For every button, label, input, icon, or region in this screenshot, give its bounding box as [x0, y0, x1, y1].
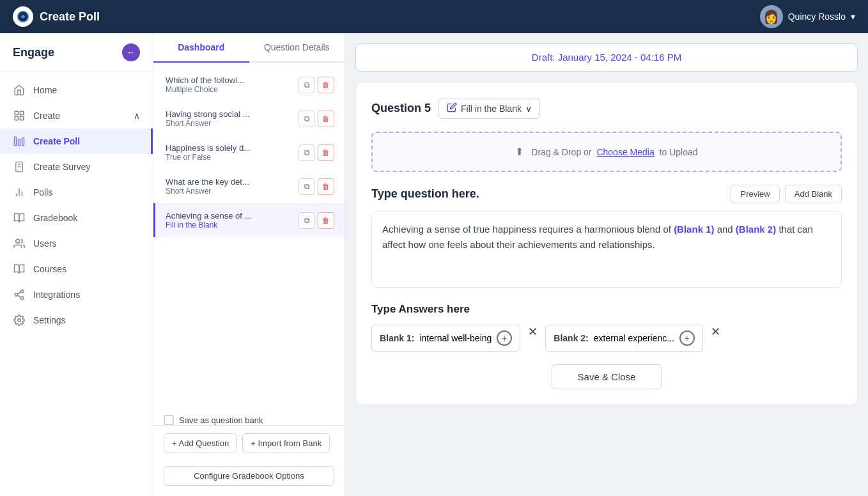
- middle-panel: Dashboard Question Details Which of the …: [153, 33, 345, 496]
- question-body-prefix: Achieving a sense of true happiness requ…: [382, 224, 674, 235]
- blank2-label: Blank 2:: [554, 333, 588, 343]
- polls-icon: [13, 186, 26, 199]
- svg-point-16: [20, 290, 24, 293]
- create-icon: [13, 109, 26, 122]
- preview-button[interactable]: Preview: [731, 185, 779, 203]
- question-actions: ⧉ 🗑: [298, 178, 334, 195]
- question-text-area[interactable]: Achieving a sense of true happiness requ…: [371, 211, 842, 288]
- sidebar-item-label-gradebook: Gradebook: [33, 213, 77, 223]
- courses-icon: [13, 263, 26, 275]
- copy-button[interactable]: ⧉: [298, 77, 315, 93]
- add-question-button[interactable]: + Add Question: [164, 433, 237, 453]
- question-item-text: Happiness is solely d... True or False: [166, 143, 293, 162]
- sidebar-item-home[interactable]: Home: [0, 77, 153, 103]
- blank2-add-button[interactable]: +: [679, 330, 695, 346]
- tab-bar: Dashboard Question Details: [153, 33, 345, 63]
- svg-point-15: [16, 239, 20, 243]
- choose-media-link[interactable]: Choose Media: [596, 147, 654, 157]
- dropdown-chevron-icon: ∨: [525, 104, 532, 114]
- question-list-item[interactable]: Which of the followi... Multiple Choice …: [153, 68, 345, 102]
- tab-dashboard[interactable]: Dashboard: [153, 33, 249, 63]
- import-from-bank-button[interactable]: + Import from Bank: [242, 433, 330, 453]
- settings-icon: [13, 314, 26, 327]
- save-as-bank-checkbox[interactable]: [164, 415, 174, 425]
- question-actions: ⧉ 🗑: [298, 111, 334, 127]
- sidebar-item-label-create-survey: Create Survey: [33, 162, 90, 172]
- question-list: Which of the followi... Multiple Choice …: [153, 63, 345, 410]
- svg-rect-5: [15, 137, 17, 146]
- draft-text: Draft: January 15, 2024 - 04:16 PM: [532, 52, 681, 63]
- question-type: True or False: [166, 153, 293, 162]
- question-type: Multiple Choice: [166, 85, 293, 94]
- media-drop-text: Drag & Drop or: [531, 147, 591, 157]
- integrations-icon: [13, 288, 26, 301]
- tab-question-details[interactable]: Question Details: [249, 33, 345, 63]
- add-blank-button[interactable]: Add Blank: [785, 185, 842, 203]
- media-drop-zone[interactable]: ⬆ Drag & Drop or Choose Media to Upload: [371, 132, 842, 172]
- save-close-button[interactable]: Save & Close: [552, 364, 662, 389]
- delete-button[interactable]: 🗑: [318, 111, 334, 127]
- delete-button[interactable]: 🗑: [318, 144, 334, 161]
- user-menu[interactable]: 👩 Quincy Rosslo ▾: [760, 5, 855, 28]
- blank1-highlight: (Blank 1): [674, 224, 714, 235]
- sidebar-item-label-create: Create: [33, 111, 60, 121]
- question-list-item[interactable]: Having strong social ... Short Answer ⧉ …: [153, 102, 345, 136]
- sidebar-back-button[interactable]: ←: [122, 43, 140, 61]
- question-card: Question 5 Fill in the Blank ∨ ⬆ Drag & …: [355, 82, 858, 405]
- delete-button[interactable]: 🗑: [318, 212, 334, 229]
- delete-button[interactable]: 🗑: [318, 77, 334, 93]
- user-name: Quincy Rosslo: [788, 12, 846, 22]
- sidebar-item-create[interactable]: Create ∧: [0, 103, 153, 128]
- sidebar-item-create-poll[interactable]: Create Poll: [0, 128, 153, 154]
- question-type: Fill in the Blank: [166, 221, 293, 229]
- app-title: Create Poll: [40, 10, 100, 24]
- svg-point-18: [20, 297, 24, 300]
- sidebar-item-label-courses: Courses: [33, 264, 66, 274]
- sidebar-item-label-create-poll: Create Poll: [33, 136, 80, 146]
- copy-button[interactable]: ⧉: [298, 212, 315, 229]
- sidebar-header: Engage ←: [0, 33, 153, 72]
- sidebar-item-integrations[interactable]: Integrations: [0, 282, 153, 307]
- blank2-remove-button[interactable]: ✕: [711, 325, 720, 352]
- sidebar: Engage ← Home Create ∧: [0, 33, 153, 496]
- svg-rect-6: [19, 139, 20, 146]
- svg-point-17: [15, 293, 18, 297]
- question-list-item[interactable]: What are the key det... Short Answer ⧉ 🗑: [153, 169, 345, 203]
- copy-button[interactable]: ⧉: [298, 111, 315, 127]
- question-number: Question 5: [371, 102, 431, 115]
- sidebar-item-settings[interactable]: Settings: [0, 307, 153, 333]
- create-survey-icon: [13, 160, 26, 173]
- blank1-add-button[interactable]: +: [497, 330, 512, 346]
- sidebar-item-create-survey[interactable]: Create Survey: [0, 154, 153, 180]
- question-footer: + Add Question + Import from Bank: [153, 425, 345, 461]
- sidebar-item-users[interactable]: Users: [0, 231, 153, 256]
- question-actions: ⧉ 🗑: [298, 144, 334, 161]
- svg-line-20: [17, 292, 20, 294]
- answers-section: Type Answers here Blank 1: internal well…: [371, 303, 842, 352]
- blank2-input[interactable]: Blank 2: external experienc... +: [545, 325, 703, 352]
- delete-button[interactable]: 🗑: [318, 178, 334, 195]
- question-item-text: Which of the followi... Multiple Choice: [166, 75, 293, 94]
- blank2-value: external experienc...: [594, 333, 674, 343]
- copy-button[interactable]: ⧉: [298, 144, 315, 161]
- question-header: Question 5 Fill in the Blank ∨: [371, 98, 842, 119]
- sidebar-item-gradebook[interactable]: Gradebook: [0, 205, 153, 231]
- question-placeholder-label: Type question here.: [371, 187, 479, 201]
- question-type-label: Fill in the Blank: [461, 104, 522, 114]
- svg-rect-1: [15, 111, 18, 114]
- blank1-remove-button[interactable]: ✕: [528, 325, 538, 352]
- question-title: Having strong social ...: [166, 109, 293, 119]
- sidebar-item-polls[interactable]: Polls: [0, 180, 153, 205]
- sidebar-item-label-settings: Settings: [33, 315, 66, 325]
- configure-gradebook-button[interactable]: Configure Gradebook Options: [164, 466, 334, 486]
- copy-button[interactable]: ⧉: [298, 178, 315, 195]
- sidebar-item-courses[interactable]: Courses: [0, 256, 153, 282]
- dropdown-icon: ▾: [851, 12, 855, 22]
- top-nav-left: Create Poll: [13, 6, 100, 27]
- question-list-item[interactable]: Happiness is solely d... True or False ⧉…: [153, 136, 345, 169]
- user-avatar: 👩: [760, 5, 783, 28]
- blank1-input[interactable]: Blank 1: internal well-being +: [371, 325, 520, 352]
- question-list-item-active[interactable]: Achieving a sense of ... Fill in the Bla…: [153, 203, 345, 237]
- home-icon: [13, 84, 26, 97]
- question-type-dropdown[interactable]: Fill in the Blank ∨: [438, 98, 540, 119]
